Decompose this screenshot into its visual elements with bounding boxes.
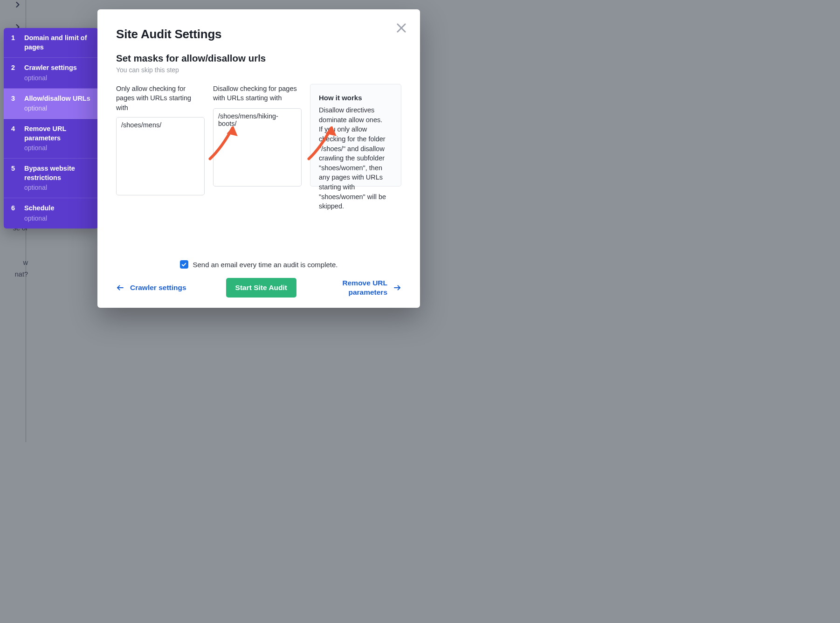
arrow-right-icon — [393, 284, 401, 292]
disallow-urls-input[interactable] — [213, 108, 302, 187]
email-on-complete-label: Send an email every time an audit is com… — [193, 261, 338, 269]
how-it-works-body: Disallow directives dominate allow ones.… — [319, 105, 393, 211]
wizard-steps-sidebar: 1 Domain and limit of pages 2 Crawler se… — [4, 28, 98, 228]
previous-step-link[interactable]: Crawler settings — [116, 284, 186, 292]
arrow-left-icon — [116, 284, 124, 292]
how-it-works-box: How it works Disallow directives dominat… — [310, 84, 401, 187]
skip-hint: You can skip this step — [116, 66, 401, 74]
next-step-link[interactable]: Remove URL parameters — [336, 278, 401, 297]
step-remove-url-parameters[interactable]: 4 Remove URL parameters optional — [4, 119, 98, 159]
settings-modal: Site Audit Settings Set masks for allow/… — [97, 9, 420, 308]
section-title: Set masks for allow/disallow urls — [116, 53, 401, 64]
step-domain-limit[interactable]: 1 Domain and limit of pages — [4, 28, 98, 58]
allow-urls-input[interactable] — [116, 117, 205, 195]
step-crawler-settings[interactable]: 2 Crawler settings optional — [4, 58, 98, 88]
previous-step-label: Crawler settings — [130, 284, 186, 292]
disallow-urls-label: Disallow checking for pages with URLs st… — [213, 84, 302, 104]
step-bypass-restrictions[interactable]: 5 Bypass website restrictions optional — [4, 159, 98, 198]
next-step-label: Remove URL parameters — [336, 278, 387, 297]
chevron-right-icon — [8, 0, 27, 14]
modal-title: Site Audit Settings — [116, 27, 401, 42]
step-allow-disallow-urls[interactable]: 3 Allow/disallow URLs optional — [4, 89, 98, 119]
allow-urls-label: Only allow checking for pages with URLs … — [116, 84, 205, 112]
how-it-works-title: How it works — [319, 93, 393, 103]
close-button[interactable] — [395, 21, 408, 35]
start-site-audit-button[interactable]: Start Site Audit — [226, 278, 296, 298]
email-on-complete-checkbox[interactable] — [180, 260, 188, 269]
step-schedule[interactable]: 6 Schedule optional — [4, 198, 98, 228]
